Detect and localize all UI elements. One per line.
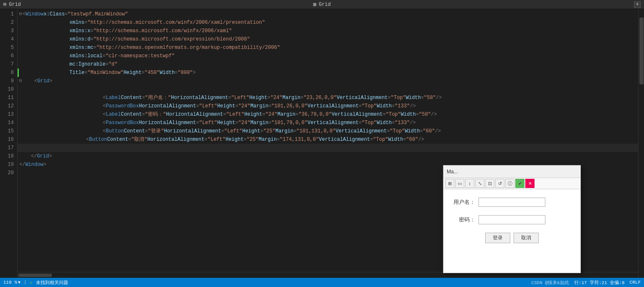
code-line-18: </Grid> <box>18 152 638 160</box>
no-issues-label: 未找到相关问题 <box>36 279 68 286</box>
wpf-tool-btn-7[interactable]: ⓘ <box>505 179 514 188</box>
line-num-7: 7 <box>3 60 14 69</box>
code-line-15: <Button Content="登录" HorizontalAlignment… <box>18 127 638 135</box>
encoding-label: CRLF <box>630 280 641 285</box>
code-line-5: xmlns:mc="http://schemas.openxmlformats.… <box>18 43 638 52</box>
wpf-tool-btn-2[interactable]: ▭ <box>455 179 464 188</box>
collapse-icon-9[interactable]: ⊟ <box>19 77 22 85</box>
line-num-10: 10 <box>3 85 14 94</box>
line-num-6: 6 <box>3 52 14 60</box>
line-num-16: 16 <box>3 135 14 144</box>
line-num-1: 1 <box>3 10 14 18</box>
wpf-password-label: 密码： <box>450 216 475 224</box>
wpf-password-input[interactable] <box>479 215 545 224</box>
code-line-2: xmlns="http://schemas.microsoft.com/winf… <box>18 18 638 27</box>
status-separator-1: | <box>24 280 27 285</box>
wpf-preview-window: Ma... ⊞ ▭ ↕ ⤡ ⊡ ↺ ⓘ ✔ ✕ 用户名： 密码： 登录 取消 <box>443 165 581 273</box>
code-line-9: ⊟ <Grid> <box>18 77 638 85</box>
line-num-9: 9 <box>3 77 14 85</box>
wpf-username-row: 用户名： <box>450 198 574 207</box>
code-line-7: mc:Ignorable="d" <box>18 60 638 69</box>
wpf-username-label: 用户名： <box>450 198 475 206</box>
scrollbar-thumb[interactable] <box>639 18 644 84</box>
line-num-4: 4 <box>3 35 14 43</box>
line-num-15: 15 <box>3 127 14 135</box>
code-line-3: xmlns:x="http://schemas.microsoft.com/wi… <box>18 27 638 35</box>
scrollbar-track[interactable] <box>638 9 644 278</box>
line-numbers: 1 2 3 4 5 6 7 8 9 10 11 12 13 14 15 16 1… <box>0 9 18 278</box>
status-bar: 110 % ▼ | ✔ 未找到相关问题 CSDN @猿来&如此 行:17 字符:… <box>0 278 644 287</box>
wpf-cancel-button[interactable]: 取消 <box>514 233 539 243</box>
line-num-8: 8 <box>3 69 14 77</box>
line-num-13: 13 <box>3 110 14 119</box>
title-bar: ⊞ Grid ▦ Grid + <box>0 0 644 9</box>
line-num-14: 14 <box>3 119 14 127</box>
zoom-down-arrow[interactable]: ▼ <box>18 280 20 285</box>
line-num-18: 18 <box>3 152 14 160</box>
line-num-2: 2 <box>3 18 14 27</box>
wpf-tool-btn-5[interactable]: ⊡ <box>485 179 494 188</box>
title-center-label: Grid <box>319 2 331 8</box>
line-num-19: 19 <box>3 160 14 169</box>
status-right: CSDN @猿来&如此 行:17 字符:21 全编:8 CRLF <box>531 279 641 286</box>
line-num-12: 12 <box>3 102 14 110</box>
line-num-11: 11 <box>3 94 14 102</box>
code-line-17 <box>18 144 638 152</box>
zoom-section: 110 % ▼ <box>3 280 20 285</box>
line-num-5: 5 <box>3 43 14 52</box>
row-col-info: 行:17 字符:21 全编:8 <box>574 279 625 286</box>
wpf-login-button[interactable]: 登录 <box>485 233 510 243</box>
wpf-tool-btn-8[interactable]: ✔ <box>515 179 524 188</box>
code-line-8: Title="MainWindow" Height="450" Width="8… <box>18 69 638 77</box>
title-bar-left: ⊞ Grid <box>3 1 21 8</box>
wpf-body: 用户名： 密码： 登录 取消 <box>443 189 580 273</box>
line-num-20: 20 <box>3 169 14 177</box>
csdn-watermark: CSDN @猿来&如此 <box>531 279 569 286</box>
wpf-title: Ma... <box>447 169 458 175</box>
grid-center-icon: ▦ <box>313 1 316 8</box>
line-num-17: 17 <box>3 144 14 152</box>
code-line-11: <Label Content="用户名：" HorizontalAlignmen… <box>18 94 638 102</box>
zoom-level: 110 % <box>3 280 17 285</box>
status-left: 110 % ▼ | ✔ 未找到相关问题 <box>3 279 68 286</box>
wpf-close-btn[interactable]: ✕ <box>525 179 535 188</box>
wpf-username-input[interactable] <box>479 198 545 207</box>
code-line-4: xmlns:d="http://schemas.microsoft.com/ex… <box>18 35 638 43</box>
code-line-12: <PasswordBox HorizontalAlignment="Left" … <box>18 102 638 110</box>
check-icon: ✔ <box>30 280 33 285</box>
collapse-icon-1[interactable]: ⊟ <box>19 10 22 18</box>
wpf-tool-btn-3[interactable]: ↕ <box>465 179 474 188</box>
wpf-tool-btn-1[interactable]: ⊞ <box>445 179 454 188</box>
add-tab-button[interactable]: + <box>634 1 641 8</box>
h-scrollbar-thumb[interactable] <box>18 274 52 277</box>
code-line-6: xmlns:local="clr-namespace:testwpf" <box>18 52 638 60</box>
line-num-3: 3 <box>3 27 14 35</box>
wpf-password-row: 密码： <box>450 215 574 224</box>
wpf-toolbar: ⊞ ▭ ↕ ⤡ ⊡ ↺ ⓘ ✔ ✕ <box>443 178 580 189</box>
code-line-14: <PasswordBox HorizontalAlignment="Left" … <box>18 119 638 127</box>
code-line-1: ⊟ <Window x:Class="testwpf.MainWindow" <box>18 10 638 18</box>
wpf-tool-btn-4[interactable]: ⤡ <box>475 179 484 188</box>
wpf-tool-btn-6[interactable]: ↺ <box>495 179 504 188</box>
title-bar-center: ▦ Grid <box>313 1 331 8</box>
title-left-label: Grid <box>9 2 21 8</box>
wpf-titlebar: Ma... <box>443 165 580 178</box>
wpf-button-row: 登录 取消 <box>450 233 574 243</box>
title-bar-right: + <box>634 1 641 8</box>
code-line-13: <Label Content="密码：" HorizontalAlignment… <box>18 110 638 119</box>
code-line-10 <box>18 85 638 94</box>
green-bar-8 <box>18 69 19 77</box>
grid-icon: ⊞ <box>3 1 6 8</box>
code-line-16: <Button Content="取消" HorizontalAlignment… <box>18 135 638 144</box>
